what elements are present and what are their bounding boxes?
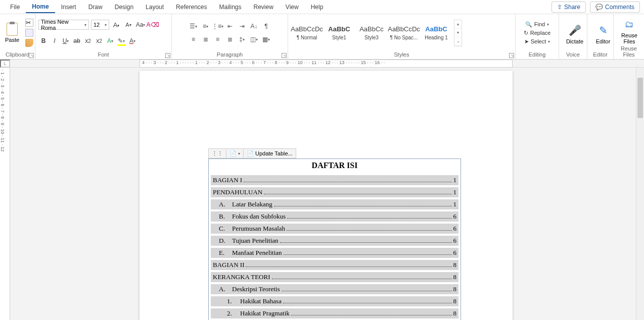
style-item-4[interactable]: AaBbCHeading 1 — [421, 19, 452, 47]
toc-update-button[interactable]: 📄Update Table... — [244, 149, 296, 158]
style-item-1[interactable]: AaBbCStyle1 — [324, 19, 355, 47]
toc-row[interactable]: A.Latar Belakang1 — [211, 199, 458, 209]
align-right-button[interactable]: ≡ — [212, 34, 223, 44]
decrease-indent-button[interactable]: ⇤ — [224, 21, 236, 31]
dictate-button[interactable]: 🎤 Dictate — [562, 15, 587, 50]
toc-leader — [291, 315, 452, 315]
text-effects-button[interactable]: A▾ — [105, 36, 115, 46]
superscript-button[interactable]: x2 — [94, 36, 104, 46]
toc-row[interactable]: 2.Hakikat Pragmatik8 — [211, 308, 458, 318]
vertical-scrollbar[interactable] — [636, 68, 644, 320]
reuse-files-button[interactable]: 🗂 Reuse Files — [617, 15, 642, 44]
clear-format-button[interactable]: A⌫ — [148, 20, 158, 30]
format-painter-button[interactable] — [25, 39, 33, 47]
comment-icon: 💬 — [595, 4, 603, 11]
tab-file[interactable]: File — [4, 2, 26, 13]
subscript-button[interactable]: x2 — [83, 36, 93, 46]
scrollbar-thumb[interactable] — [637, 78, 643, 118]
toc-row[interactable]: A.Deskripsi Teoretis8 — [211, 284, 458, 294]
font-label: Font — [38, 50, 168, 59]
increase-indent-button[interactable]: ⇥ — [237, 21, 248, 31]
toc-row[interactable]: BAGIAN II8 — [211, 260, 458, 270]
toc-handle[interactable]: ⋮⋮ — [209, 149, 226, 158]
toc-row[interactable]: B.Fokus dan Subfokus6 — [211, 211, 458, 222]
show-marks-button[interactable]: ¶ — [261, 21, 272, 31]
tab-help[interactable]: Help — [305, 2, 330, 13]
toc-entry-label: Hakikat Pragmatik — [240, 309, 290, 317]
bold-button[interactable]: B — [38, 36, 49, 46]
toc-row[interactable]: E.Manfaat Penelitian6 — [211, 248, 458, 258]
copy-button[interactable] — [25, 29, 33, 37]
toc-row[interactable]: PENDAHULUAN1 — [211, 187, 458, 197]
justify-button[interactable]: ≣ — [224, 34, 236, 44]
tab-references[interactable]: References — [170, 2, 213, 13]
grow-font-button[interactable]: A▴ — [111, 20, 121, 30]
replace-button[interactable]: ↻Replace — [522, 30, 553, 36]
paste-button[interactable]: Paste — [3, 21, 21, 45]
font-color-button[interactable]: A▾ — [127, 36, 137, 46]
editor-button[interactable]: ✎ Editor — [590, 15, 616, 50]
tab-mailings[interactable]: Mailings — [213, 2, 247, 13]
shrink-font-button[interactable]: A▾ — [123, 20, 133, 30]
numbering-button[interactable]: ≡▾ — [200, 21, 211, 31]
horizontal-ruler[interactable]: 4 · · · 3 · · · 2 · · · 1 · · · · · · 1 … — [140, 60, 513, 68]
tab-home[interactable]: Home — [26, 1, 55, 13]
tab-design[interactable]: Design — [109, 2, 140, 13]
toc-row[interactable]: 1.Hakikat Bahasa8 — [211, 296, 458, 306]
shading-button[interactable]: ◫▾ — [249, 34, 260, 44]
font-name-combo[interactable]: Times New Roma▾ — [38, 20, 89, 30]
toc-leader — [280, 242, 452, 243]
tab-draw[interactable]: Draw — [82, 2, 109, 13]
toc-menu-button[interactable]: 📄▾ — [226, 149, 244, 158]
tab-layout[interactable]: Layout — [140, 2, 170, 13]
align-left-button[interactable]: ≡ — [188, 34, 199, 44]
cut-button[interactable]: ✂ — [25, 19, 33, 27]
font-launcher[interactable]: ↘ — [165, 53, 170, 58]
ruler-corner[interactable]: L — [0, 60, 10, 68]
multilevel-button[interactable]: ⋮≡▾ — [212, 21, 223, 31]
styles-expand[interactable]: ⌄ — [454, 37, 462, 46]
toc-entry-label: BAGIAN I — [213, 176, 242, 184]
comments-button[interactable]: 💬Comments — [590, 2, 640, 13]
clipboard-launcher[interactable]: ↘ — [29, 53, 34, 58]
toc-row[interactable]: D.Tujuan Penelitian6 — [211, 236, 458, 246]
align-center-button[interactable]: ≣ — [200, 34, 211, 44]
toc-entry-label: Tujuan Penelitian — [232, 237, 279, 245]
borders-button[interactable]: ▦▾ — [261, 34, 272, 44]
styles-launcher[interactable]: ↘ — [509, 53, 514, 58]
tab-view[interactable]: View — [280, 2, 305, 13]
paragraph-launcher[interactable]: ↘ — [282, 53, 287, 58]
share-button[interactable]: ⇪Share — [551, 2, 586, 13]
style-item-3[interactable]: AaBbCcDc¶ No Spac... — [388, 19, 420, 47]
toc-field[interactable]: DAFTAR ISI BAGIAN I1PENDAHULUAN1A.Latar … — [208, 158, 461, 320]
toc-row[interactable]: C.Perumusan Masalah6 — [211, 224, 458, 234]
replace-icon: ↻ — [524, 30, 528, 36]
style-preview: AaBbCcDc — [291, 25, 323, 33]
underline-button[interactable]: U▾ — [61, 36, 71, 46]
find-button[interactable]: 🔍Find▾ — [523, 21, 551, 28]
tab-insert[interactable]: Insert — [55, 2, 82, 13]
select-button[interactable]: ➤Select▾ — [522, 38, 553, 45]
styles-scroll-down[interactable]: ▾ — [454, 29, 462, 37]
style-item-0[interactable]: AaBbCcDc¶ Normal — [291, 19, 323, 47]
vertical-ruler[interactable]: · 1 · 2 · 3 · 4 · 5 · 6 · 7 · 8 · 9 · 10… — [0, 68, 10, 320]
toc-row[interactable]: BAGIAN I1 — [211, 175, 458, 185]
toc-page: 8 — [453, 297, 457, 305]
style-item-2[interactable]: AaBbCcStyle3 — [356, 19, 387, 47]
change-case-button[interactable]: Aa▾ — [135, 20, 146, 30]
highlight-button[interactable]: ✎▾ — [116, 36, 126, 46]
ruler-row: L 4 · · · 3 · · · 2 · · · 1 · · · · · · … — [0, 60, 644, 68]
sort-button[interactable]: A↓ — [249, 21, 260, 31]
font-size-combo[interactable]: 12▾ — [91, 20, 109, 30]
toc-row[interactable]: KERANGKA TEORI8 — [211, 272, 458, 282]
search-icon: 🔍 — [525, 21, 532, 28]
italic-button[interactable]: I — [50, 36, 60, 46]
tab-review[interactable]: Review — [248, 2, 280, 13]
toc-entry-label: Fokus dan Subfokus — [232, 212, 286, 221]
bullets-button[interactable]: ☰▾ — [188, 21, 199, 31]
styles-scroll-up[interactable]: ▴ — [454, 20, 462, 29]
styles-gallery[interactable]: AaBbCcDc¶ NormalAaBbCStyle1AaBbCcStyle3A… — [291, 19, 452, 47]
strike-button[interactable]: ab — [72, 36, 82, 46]
styles-scroll[interactable]: ▴ ▾ ⌄ — [454, 20, 462, 46]
line-spacing-button[interactable]: ‡▾ — [237, 34, 248, 44]
